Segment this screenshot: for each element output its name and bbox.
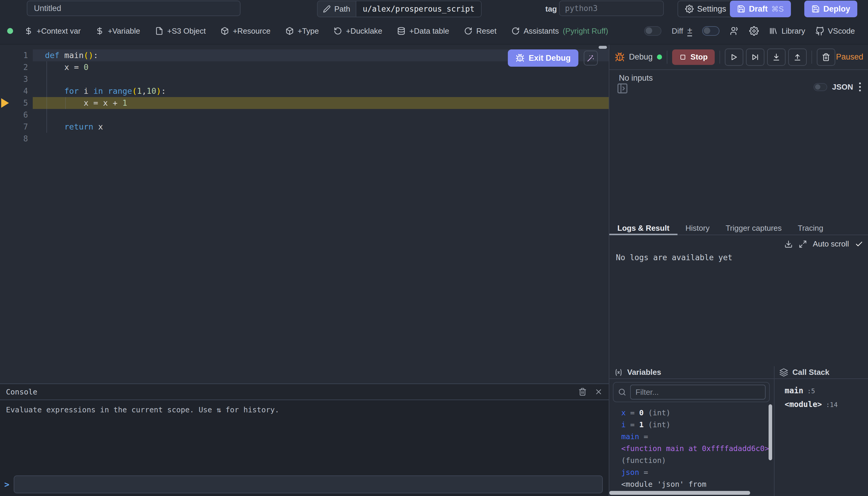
refresh-icon (511, 27, 520, 35)
toolbar-item--ducklake[interactable]: +Ducklake (334, 27, 382, 36)
tab-tracing[interactable]: Tracing (790, 222, 831, 235)
call-stack-frame[interactable]: main :5 (785, 384, 868, 398)
logs-toolbar: Auto scroll (784, 239, 863, 249)
kebab-menu-icon[interactable] (858, 81, 862, 93)
vscode-button[interactable]: VScode (815, 27, 855, 36)
toolbar-item-label: +Data table (409, 27, 449, 36)
users-icon[interactable] (730, 26, 739, 36)
rotate-icon (334, 27, 342, 35)
code-text: return x (45, 121, 103, 133)
call-stack-frame[interactable]: <module> :14 (785, 398, 868, 412)
package-icon (221, 27, 229, 35)
toolbar-item--resource[interactable]: +Resource (221, 27, 270, 36)
debug-header-row: Debug Stop (609, 45, 868, 69)
variable-row[interactable]: x = 0 (int) (621, 407, 774, 419)
toolbar-item--type[interactable]: +Type (285, 27, 319, 36)
console-input[interactable] (14, 476, 603, 493)
console-hint: Evaluate expressions in the current scop… (6, 405, 279, 414)
code-line-3[interactable]: 3 (0, 73, 609, 85)
path-label: Path (334, 4, 350, 14)
step-out-button[interactable] (788, 48, 807, 66)
bug-icon (615, 52, 625, 62)
settings-label: Settings (697, 4, 726, 14)
console-title: Console (6, 388, 37, 396)
variable-row[interactable]: <module 'json' from (621, 478, 774, 490)
variables-filter-wrap (613, 382, 770, 402)
tab-trigger-captures[interactable]: Trigger captures (718, 222, 790, 235)
console-actions (578, 388, 603, 396)
variables-vscrollbar[interactable] (769, 404, 772, 460)
tag-label: tag (545, 0, 557, 18)
panel-collapse-icon[interactable] (616, 82, 628, 95)
line-number[interactable]: 5 (0, 97, 28, 109)
deploy-label: Deploy (823, 4, 850, 14)
line-number[interactable]: 4 (0, 85, 28, 97)
variable-row[interactable]: i = 1 (int) (621, 419, 774, 431)
download-icon[interactable] (784, 240, 793, 248)
trash-icon (822, 53, 830, 61)
editor-scrollbar[interactable] (599, 46, 607, 49)
settings-button[interactable]: Settings (678, 1, 734, 17)
exit-debug-button[interactable]: Exit Debug (508, 49, 578, 67)
tag-input[interactable] (559, 1, 664, 16)
deploy-button[interactable]: Deploy (804, 1, 857, 17)
call-stack-frames: main :5<module> :14 (775, 379, 868, 412)
variable-row[interactable]: (function) (621, 455, 774, 466)
step-into-button[interactable] (767, 48, 786, 66)
script-title-input[interactable] (27, 1, 240, 16)
toolbar-item--s3-object[interactable]: +S3 Object (155, 27, 206, 36)
plus-minus-icon: ± (687, 26, 692, 36)
code-line-4[interactable]: 4 for i in range(1,10): (0, 85, 609, 97)
stop-button[interactable]: Stop (672, 49, 715, 65)
line-number[interactable]: 6 (0, 109, 28, 121)
variables-filter-input[interactable] (630, 385, 766, 400)
toolbar-item--variable[interactable]: +Variable (96, 27, 140, 36)
toolbar-item-reset[interactable]: Reset (464, 27, 496, 36)
continue-button[interactable] (725, 48, 743, 66)
path-label-wrap: Path (318, 1, 356, 17)
result-tabs: Logs & ResultHistoryTrigger capturesTrac… (609, 222, 868, 235)
draft-button[interactable]: Draft ⌘S (730, 1, 791, 17)
step-over-button[interactable] (746, 48, 764, 66)
bug-icon (516, 53, 524, 63)
code-line-6[interactable]: 6 (0, 109, 609, 121)
clear-button[interactable] (817, 48, 835, 66)
line-number[interactable]: 7 (0, 121, 28, 133)
layers-icon (779, 368, 788, 377)
variable-row[interactable]: <function main at 0xffffadadd6c0> (621, 443, 774, 455)
library-button[interactable]: Library (769, 27, 805, 36)
logs-section: Auto scroll No logs are available yet (609, 235, 868, 366)
toolbar-item-label: +Variable (108, 27, 140, 36)
path-value[interactable]: u/alex/prosperous_script (356, 1, 481, 17)
toolbar-item--data-table[interactable]: +Data table (397, 27, 449, 36)
code-line-5[interactable]: 5 x = x + 1 (0, 97, 609, 109)
gear-icon[interactable] (749, 26, 759, 36)
code-line-8[interactable]: 8 (0, 133, 609, 145)
tab-logs-result[interactable]: Logs & Result (609, 222, 678, 235)
line-number[interactable]: 3 (0, 73, 28, 85)
code-line-7[interactable]: 7 return x (0, 121, 609, 133)
check-icon[interactable] (855, 240, 863, 248)
trash-icon[interactable] (578, 388, 587, 396)
diff-toggle[interactable] (644, 26, 661, 36)
ai-wand-button[interactable] (584, 51, 598, 65)
variables-panel: Variables x = 0 (int)i = 1 (int)main = <… (609, 366, 774, 496)
toolbar-item--context-var[interactable]: +Context var (25, 27, 81, 36)
database-icon (397, 27, 406, 35)
close-icon[interactable] (595, 388, 603, 396)
assistant-toggle[interactable] (702, 26, 720, 36)
variable-row[interactable]: json = (621, 466, 774, 478)
path-group[interactable]: Path u/alex/prosperous_script (317, 1, 482, 17)
toolbar-item-assistants[interactable]: Assistants(Pyright Ruff) (511, 27, 608, 36)
variable-row[interactable]: main = (621, 431, 774, 443)
line-number[interactable]: 8 (0, 133, 28, 145)
tab-history[interactable]: History (678, 222, 718, 235)
library-label: Library (782, 27, 805, 36)
line-number[interactable]: 2 (0, 61, 28, 73)
code-editor[interactable]: 1def main():2 x = 034 for i in range(1,1… (0, 45, 609, 384)
debug-label: Debug (629, 52, 653, 62)
line-number[interactable]: 1 (0, 49, 28, 61)
expand-icon[interactable] (799, 240, 807, 248)
variables-hscrollbar[interactable] (609, 491, 750, 495)
json-toggle[interactable] (814, 83, 827, 91)
